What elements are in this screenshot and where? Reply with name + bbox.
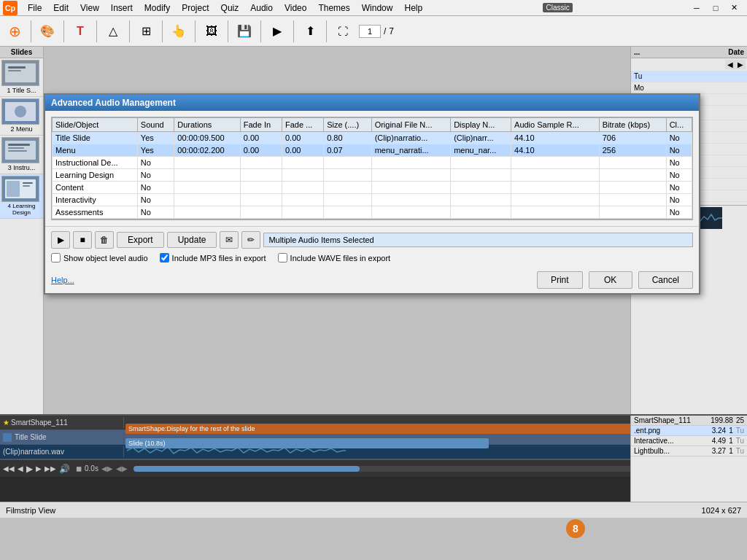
layout-selector[interactable]: Classic	[543, 3, 572, 12]
save-btn[interactable]: 💾	[233, 18, 256, 44]
col-fade-in[interactable]: Fade In	[240, 118, 282, 132]
menu-audio[interactable]: Audio	[244, 1, 279, 15]
include-wave-text: Include WAVE files in export	[290, 254, 391, 262]
table-cell	[324, 194, 371, 206]
table-row[interactable]: Instructional De...NoNo	[53, 157, 692, 169]
menu-themes[interactable]: Themes	[312, 1, 355, 15]
right-panel-item-mo1[interactable]: Mo	[631, 82, 747, 94]
show-object-audio-checkbox[interactable]	[51, 253, 61, 262]
svg-rect-1	[5, 63, 36, 82]
delete-button[interactable]: 🗑	[95, 231, 114, 249]
show-object-audio-label[interactable]: Show object level audio	[51, 253, 148, 262]
table-row[interactable]: ContentNoNo	[53, 182, 692, 194]
table-cell: No	[666, 194, 692, 206]
col-bitrate[interactable]: Bitrate (kbps)	[599, 118, 666, 132]
menu-view[interactable]: View	[74, 1, 105, 15]
new-btn[interactable]: ⊕	[3, 18, 26, 44]
close-btn[interactable]: ✕	[725, 0, 744, 16]
ok-button[interactable]: OK	[589, 271, 632, 289]
image-btn[interactable]: 🖼	[200, 18, 223, 44]
table-row[interactable]: InteractivityNoNo	[53, 194, 692, 206]
table-cell: 00:00:02.200	[174, 144, 240, 157]
col-clip[interactable]: Cl...	[666, 118, 692, 132]
include-mp3-checkbox[interactable]	[160, 253, 169, 262]
table-row[interactable]: Learning DesignNoNo	[53, 169, 692, 182]
include-wave-checkbox[interactable]	[278, 253, 287, 262]
right-panel-header: ... Date	[631, 47, 747, 58]
print-button[interactable]: Print	[537, 271, 583, 289]
preview-btn[interactable]: ▶	[266, 18, 289, 44]
col-display-name[interactable]: Display N...	[451, 118, 511, 132]
menu-edit[interactable]: Edit	[47, 1, 74, 15]
table-row[interactable]: MenuYes00:00:02.2000.000.000.07menu_narr…	[53, 144, 692, 157]
maximize-btn[interactable]: □	[706, 0, 725, 16]
shape-btn[interactable]: △	[101, 18, 125, 44]
menu-file[interactable]: File	[22, 1, 47, 15]
table-cell	[451, 194, 511, 206]
theme-btn[interactable]: 🎨	[36, 18, 59, 44]
tl-next-btn[interactable]: ▶	[36, 464, 42, 472]
tl-play-btn[interactable]: ▶	[26, 464, 33, 474]
include-mp3-label[interactable]: Include MP3 files in export	[160, 253, 266, 262]
tl-prev-btn[interactable]: ◀	[18, 464, 23, 472]
filmstrip-items: 1 Title S... 2 Menu	[0, 58, 43, 219]
filmstrip-item-1[interactable]: 1 Title S...	[0, 58, 43, 97]
page-current-input[interactable]	[359, 25, 381, 38]
col-durations[interactable]: Durations	[174, 118, 240, 132]
main-container: Slides 1 Title S...	[0, 47, 747, 518]
scroll-left-btn[interactable]: ◀	[725, 60, 735, 69]
dialog-controls: ▶ ■ 🗑 Export Update ✉ ✏ Multiple Audio I…	[45, 226, 699, 267]
play-button[interactable]: ▶	[51, 231, 70, 249]
col-size[interactable]: Size (....)	[324, 118, 371, 132]
table-row[interactable]: AssessmentsNoNo	[53, 206, 692, 219]
table-cell	[599, 169, 666, 182]
publish-btn[interactable]: ⬆	[298, 18, 322, 44]
table-cell: No	[666, 169, 692, 182]
table-cell: 44.10	[511, 144, 600, 157]
filmstrip-item-3[interactable]: 3 Instru...	[0, 136, 43, 174]
sep9	[293, 20, 294, 42]
col-sample-rate[interactable]: Audio Sample R...	[511, 118, 600, 132]
table-cell: (Clip)narr...	[451, 132, 511, 144]
email-button[interactable]: ✉	[220, 231, 239, 249]
grid-btn[interactable]: ⊞	[134, 18, 158, 44]
fullscreen-btn[interactable]: ⛶	[331, 18, 355, 44]
table-container: Slide/Object Sound Durations Fade In Fad…	[51, 117, 693, 219]
col-orig-file[interactable]: Original File N...	[371, 118, 451, 132]
tl-start-btn[interactable]: ◀◀	[3, 464, 15, 472]
minimize-btn[interactable]: ─	[687, 0, 706, 16]
table-cell: 0.07	[324, 144, 371, 157]
table-cell	[174, 157, 240, 169]
table-cell	[371, 206, 451, 219]
cursor-btn[interactable]: 👆	[167, 18, 190, 44]
menu-insert[interactable]: Insert	[105, 1, 139, 15]
filmstrip-item-2[interactable]: 2 Menu	[0, 97, 43, 136]
edit-button[interactable]: ✏	[241, 231, 260, 249]
menu-project[interactable]: Project	[176, 1, 214, 15]
sep10	[326, 20, 327, 42]
right-panel-item-tu1[interactable]: Tu	[631, 71, 747, 82]
menu-modify[interactable]: Modify	[139, 1, 176, 15]
export-button[interactable]: Export	[117, 232, 164, 248]
col-slide[interactable]: Slide/Object	[53, 118, 138, 132]
table-row[interactable]: Title SlideYes00:00:09.5000.000.000.80(C…	[53, 132, 692, 144]
col-fade-out[interactable]: Fade ...	[282, 118, 323, 132]
menu-quiz[interactable]: Quiz	[215, 1, 245, 15]
col-sound[interactable]: Sound	[137, 118, 174, 132]
text-btn[interactable]: T	[69, 18, 92, 44]
cancel-button[interactable]: Cancel	[638, 271, 693, 289]
help-link[interactable]: Help...	[51, 276, 74, 284]
table-cell	[599, 157, 666, 169]
menu-video[interactable]: Video	[279, 1, 312, 15]
audio-table: Slide/Object Sound Durations Fade In Fad…	[52, 117, 692, 219]
menu-window[interactable]: Window	[356, 1, 399, 15]
stop-button[interactable]: ■	[73, 231, 92, 249]
update-button[interactable]: Update	[167, 232, 217, 248]
include-wave-label[interactable]: Include WAVE files in export	[278, 253, 391, 262]
status-dimensions: 1024 x 627	[702, 506, 741, 515]
scroll-right-btn[interactable]: ▶	[735, 60, 746, 69]
filmstrip-label-3: 3 Instru...	[1, 163, 42, 172]
menu-help[interactable]: Help	[398, 1, 428, 15]
filmstrip-item-4[interactable]: 4 Learning Design	[0, 174, 43, 219]
table-cell	[511, 182, 600, 194]
